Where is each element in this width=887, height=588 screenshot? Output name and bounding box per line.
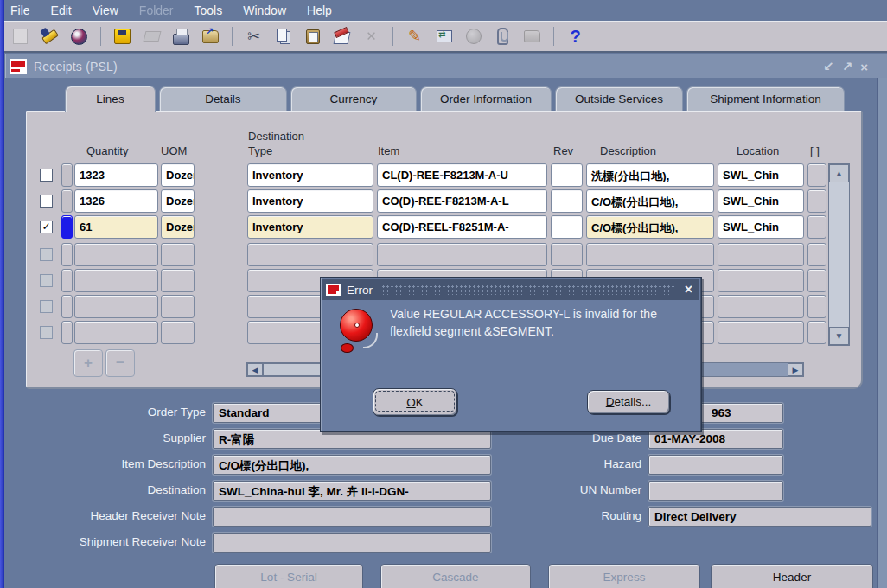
close-icon[interactable]: × — [685, 282, 692, 297]
express-button[interactable]: Express — [548, 564, 700, 588]
tab-lines[interactable]: Lines — [65, 86, 156, 112]
field-routing[interactable]: Direct Delivery — [648, 507, 871, 527]
remove-row-button[interactable]: − — [105, 349, 135, 377]
row-flexfield-button[interactable] — [807, 269, 826, 292]
restore-icon[interactable]: ↗ — [842, 59, 853, 74]
record-indicator[interactable] — [61, 163, 73, 187]
header-button[interactable]: Header — [711, 564, 873, 588]
empty-cell[interactable] — [74, 321, 158, 344]
cell-uom[interactable]: Dozer — [161, 215, 195, 239]
tab-currency[interactable]: Currency — [290, 86, 417, 111]
empty-cell[interactable] — [551, 243, 583, 266]
cell-description[interactable]: 洗標(分出口地), — [586, 163, 714, 187]
edit-field-icon[interactable] — [403, 25, 426, 48]
cell-rev[interactable] — [551, 163, 583, 187]
cell-item[interactable]: CO(D)-REEL-F8251M-A- — [377, 215, 547, 239]
cell-description[interactable]: C/O標(分出口地), — [586, 189, 714, 213]
empty-cell[interactable] — [718, 295, 804, 318]
cell-quantity[interactable]: 1323 — [74, 163, 158, 187]
menu-file[interactable]: File — [10, 3, 30, 17]
cell-quantity[interactable]: 61 — [74, 215, 158, 239]
field-un-number[interactable] — [648, 481, 783, 501]
scroll-left-icon[interactable]: ◀ — [247, 363, 263, 376]
zoom-icon[interactable] — [432, 25, 456, 48]
attachments-icon[interactable] — [491, 25, 514, 48]
row-checkbox[interactable] — [40, 274, 53, 287]
lot-serial-button[interactable]: Lot - Serial — [214, 564, 363, 588]
tab-outside-services[interactable]: Outside Services — [555, 86, 683, 111]
empty-cell[interactable] — [161, 243, 195, 266]
record-indicator-current[interactable] — [61, 215, 73, 239]
ok-button[interactable]: OK — [373, 388, 457, 416]
details-button[interactable]: Details... — [587, 390, 670, 414]
field-shipment-receiver-note[interactable] — [213, 533, 491, 553]
empty-cell[interactable] — [74, 269, 158, 292]
cell-destination-type[interactable]: Inventory — [247, 215, 373, 239]
next-step-icon[interactable] — [140, 25, 163, 48]
empty-cell[interactable] — [718, 269, 804, 292]
close-form-icon[interactable] — [199, 25, 222, 48]
cell-destination-type[interactable]: Inventory — [247, 189, 373, 213]
menu-view[interactable]: View — [93, 3, 118, 17]
clear-record-icon[interactable] — [330, 25, 354, 48]
row-flexfield-button[interactable] — [807, 243, 826, 266]
cell-rev[interactable] — [551, 189, 583, 213]
scroll-up-icon[interactable]: ▲ — [829, 164, 849, 182]
empty-cell[interactable] — [61, 295, 73, 318]
cell-destination-type[interactable]: Inventory — [247, 163, 373, 187]
new-icon[interactable] — [9, 25, 32, 48]
show-navigator-icon[interactable] — [67, 25, 91, 48]
error-dialog-titlebar[interactable]: Error × — [322, 279, 699, 300]
empty-cell[interactable] — [61, 321, 73, 344]
close-icon[interactable]: × — [860, 60, 868, 74]
folder-tools-icon[interactable] — [520, 25, 544, 48]
window-titlebar[interactable]: Receipts (PSL) ↙↗× — [5, 54, 887, 78]
empty-cell[interactable] — [161, 321, 195, 344]
delete-record-icon[interactable] — [360, 25, 383, 48]
row-checkbox[interactable] — [40, 326, 53, 339]
cell-location[interactable]: SWL_Chin — [718, 215, 804, 239]
scroll-down-icon[interactable]: ▼ — [829, 327, 849, 345]
empty-cell[interactable] — [161, 269, 195, 292]
row-flexfield-button[interactable] — [807, 163, 826, 187]
cell-quantity[interactable]: 1326 — [74, 189, 158, 213]
save-icon[interactable] — [111, 25, 134, 48]
row-flexfield-button[interactable] — [807, 321, 826, 344]
menu-folder[interactable]: Folder — [139, 3, 174, 17]
row-checkbox[interactable] — [40, 248, 53, 261]
menu-help[interactable]: Help — [307, 3, 332, 17]
cell-uom[interactable]: Dozer — [161, 189, 195, 213]
translations-icon[interactable] — [462, 25, 485, 48]
tab-shipment-information[interactable]: Shipment Information — [686, 86, 845, 111]
copy-icon[interactable] — [271, 25, 295, 48]
row-checkbox[interactable] — [40, 169, 53, 182]
paste-icon[interactable] — [301, 25, 324, 48]
row-flexfield-button[interactable] — [807, 189, 826, 213]
menu-window[interactable]: Window — [243, 3, 286, 17]
empty-cell[interactable] — [247, 243, 373, 266]
print-icon[interactable] — [169, 25, 193, 48]
empty-cell[interactable] — [377, 243, 547, 266]
tab-details[interactable]: Details — [159, 86, 287, 111]
menu-tools[interactable]: Tools — [195, 3, 223, 17]
add-row-button[interactable]: + — [73, 349, 103, 377]
field-hazard[interactable] — [648, 455, 783, 475]
row-flexfield-button[interactable] — [807, 295, 826, 318]
cell-uom[interactable]: Dozer — [161, 163, 195, 187]
row-checkbox[interactable] — [40, 300, 53, 313]
empty-cell[interactable] — [586, 243, 714, 266]
cut-icon[interactable] — [242, 25, 265, 48]
vertical-scrollbar[interactable]: ▲ ▼ — [828, 163, 850, 346]
minimize-icon[interactable]: ↙ — [823, 59, 834, 74]
empty-cell[interactable] — [61, 269, 73, 292]
cell-description[interactable]: C/O標(分出口地), — [586, 215, 714, 239]
scroll-right-icon[interactable]: ▶ — [788, 363, 803, 376]
cell-item[interactable]: CL(D)-REE-F8213M-A-U — [377, 163, 547, 187]
menu-edit[interactable]: Edit — [51, 3, 72, 17]
cascade-button[interactable]: Cascade — [380, 564, 531, 588]
find-icon[interactable] — [38, 25, 61, 48]
record-indicator[interactable] — [61, 189, 73, 213]
empty-cell[interactable] — [74, 295, 158, 318]
tab-order-information[interactable]: Order Information — [420, 86, 552, 111]
empty-cell[interactable] — [718, 243, 804, 266]
